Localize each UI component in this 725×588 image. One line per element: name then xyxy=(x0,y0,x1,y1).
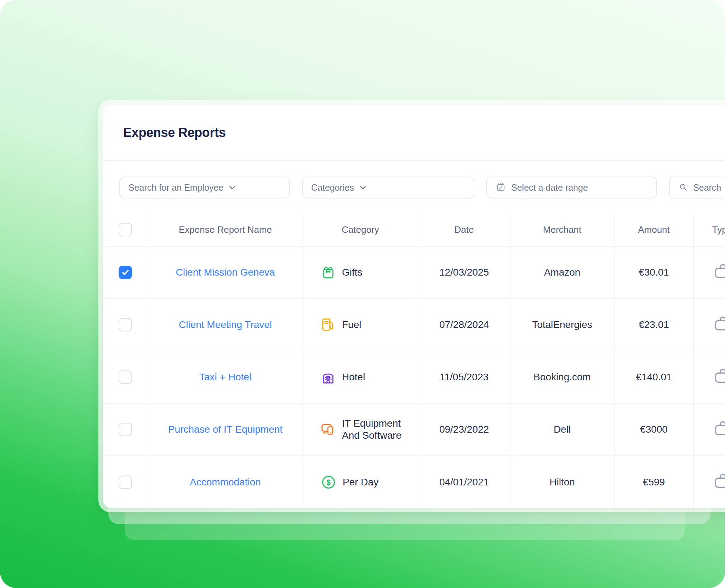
briefcase-icon[interactable] xyxy=(714,367,725,388)
table-row: Accommodation $ Per Day 04/01/2021 Hilto… xyxy=(103,456,725,508)
amount-cell: €30.01 xyxy=(615,247,694,298)
checkbox-cell xyxy=(103,299,148,351)
employee-filter-dropdown[interactable]: Search for an Employee xyxy=(119,177,290,198)
category-label: Hotel xyxy=(342,371,365,383)
expense-report-link[interactable]: Client Mission Geneva xyxy=(176,267,275,278)
date-cell: 07/28/2024 xyxy=(418,299,510,351)
table-row: Taxi + Hotel xyxy=(103,351,725,404)
table-header-row: Expense Report Name Category Date Mercha… xyxy=(103,213,725,247)
briefcase-icon[interactable] xyxy=(714,315,725,335)
expense-report-link[interactable]: Taxi + Hotel xyxy=(199,371,251,383)
checkbox-cell xyxy=(103,404,148,455)
devices-icon xyxy=(320,421,336,438)
date-range-picker[interactable]: Select a date range xyxy=(486,177,657,198)
type-cell xyxy=(694,404,725,455)
employee-filter-label: Search for an Employee xyxy=(129,183,223,193)
chevron-down-icon xyxy=(228,183,237,192)
row-checkbox[interactable] xyxy=(119,266,132,279)
expense-reports-card: Expense Reports Search for an Employee C… xyxy=(103,105,725,508)
select-all-checkbox[interactable] xyxy=(119,223,132,236)
type-cell xyxy=(694,299,725,351)
column-header: Expense Report Name xyxy=(148,213,303,246)
category-label: Fuel xyxy=(342,319,361,331)
filter-bar: Search for an Employee Categories Select… xyxy=(103,161,725,198)
amount-cell: €599 xyxy=(615,456,694,508)
type-cell xyxy=(694,456,725,508)
report-name-cell: Accommodation xyxy=(148,456,303,508)
card-header: Expense Reports xyxy=(103,105,725,161)
row-checkbox[interactable] xyxy=(119,475,132,489)
page-title: Expense Reports xyxy=(123,125,226,140)
type-cell xyxy=(694,247,725,298)
chevron-down-icon xyxy=(358,183,367,192)
categories-filter-dropdown[interactable]: Categories xyxy=(302,177,474,198)
gift-icon xyxy=(320,264,336,281)
category-label: Per Day xyxy=(343,476,378,488)
search-icon xyxy=(678,182,689,193)
calendar-edit-icon xyxy=(496,182,507,193)
category-cell: Gifts xyxy=(303,247,418,298)
checkbox-cell xyxy=(103,351,148,403)
briefcase-icon[interactable] xyxy=(714,472,725,493)
merchant-cell: Booking.com xyxy=(510,351,615,403)
checkbox-cell xyxy=(103,456,148,508)
fuel-pump-icon xyxy=(320,317,336,333)
date-cell: 11/05/2023 xyxy=(418,351,510,403)
hotel-building-icon xyxy=(320,369,336,385)
row-checkbox[interactable] xyxy=(119,370,132,384)
report-name-cell: Purchase of IT Equipment xyxy=(148,404,303,455)
category-cell: Hotel xyxy=(303,351,418,403)
report-name-cell: Client Meeting Travel xyxy=(148,299,303,351)
merchant-cell: Dell xyxy=(510,404,615,455)
expense-report-link[interactable]: Accommodation xyxy=(190,477,261,488)
merchant-cell: TotalEnergies xyxy=(510,299,615,351)
select-all-cell xyxy=(103,213,148,246)
type-cell xyxy=(694,351,725,403)
report-name-cell: Taxi + Hotel xyxy=(148,351,303,403)
column-header: Category xyxy=(303,213,418,246)
amount-cell: €23.01 xyxy=(615,299,694,351)
column-header: Amount xyxy=(615,213,694,246)
category-label: IT Equipment And Software xyxy=(342,417,413,442)
amount-cell: €3000 xyxy=(615,404,694,455)
search-label: Search xyxy=(693,183,721,193)
svg-text:$: $ xyxy=(326,478,331,487)
expense-report-link[interactable]: Purchase of IT Equipment xyxy=(168,424,282,435)
amount-cell: €140.01 xyxy=(615,351,694,403)
column-header: Type xyxy=(694,213,725,246)
category-label: Gifts xyxy=(342,266,362,278)
category-cell: Fuel xyxy=(303,299,418,351)
merchant-cell: Amazon xyxy=(510,247,615,298)
column-header: Merchant xyxy=(510,213,615,246)
table-row: Purchase of IT Equipment IT Equipment An… xyxy=(103,404,725,456)
date-cell: 09/23/2022 xyxy=(418,404,510,455)
row-checkbox[interactable] xyxy=(119,318,132,332)
search-input[interactable]: Search xyxy=(669,177,725,198)
column-header: Date xyxy=(418,213,510,246)
category-cell: IT Equipment And Software xyxy=(303,404,418,455)
row-checkbox[interactable] xyxy=(119,423,132,436)
date-range-label: Select a date range xyxy=(511,183,588,193)
category-cell: $ Per Day xyxy=(303,456,418,508)
dollar-circle-icon: $ xyxy=(320,474,337,491)
table-row: Client Mission Geneva Gifts 12/03/2025 A… xyxy=(103,247,725,299)
date-cell: 04/01/2021 xyxy=(418,456,510,508)
expense-reports-table: Expense Report Name Category Date Mercha… xyxy=(103,213,725,508)
date-cell: 12/03/2025 xyxy=(418,247,510,298)
table-row: Client Meeting Travel Fuel 07/28/2024 To… xyxy=(103,299,725,351)
briefcase-icon[interactable] xyxy=(714,262,725,283)
merchant-cell: Hilton xyxy=(510,456,615,508)
expense-report-link[interactable]: Client Meeting Travel xyxy=(179,319,272,330)
categories-filter-label: Categories xyxy=(311,183,354,193)
page-background: Expense Reports Search for an Employee C… xyxy=(0,0,725,588)
report-name-cell: Client Mission Geneva xyxy=(148,247,303,298)
briefcase-icon[interactable] xyxy=(714,419,725,440)
checkbox-cell xyxy=(103,247,148,298)
